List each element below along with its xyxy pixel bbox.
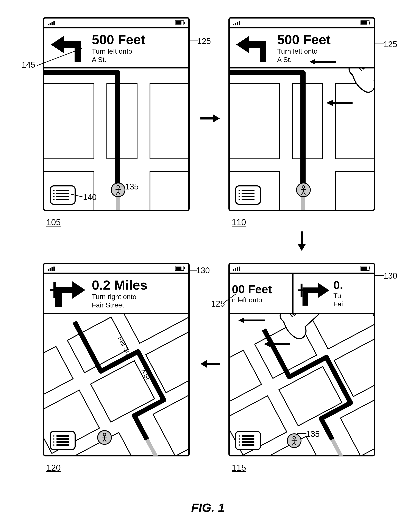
- svg-rect-58: [230, 350, 261, 407]
- svg-line-102: [103, 439, 105, 442]
- callout-line: [297, 433, 306, 434]
- turn-right-icon: [49, 278, 88, 308]
- callout-line: [71, 194, 84, 198]
- turn-left-icon: [234, 33, 273, 63]
- battery-icon: [360, 20, 370, 25]
- svg-rect-50: [235, 268, 236, 271]
- instruction-text-l1: Turn right onto: [92, 293, 147, 301]
- battery-icon: [175, 266, 185, 271]
- signal-icon: [48, 266, 56, 271]
- swipe-arrow-icon: [309, 58, 337, 65]
- svg-rect-31: [230, 84, 279, 159]
- callout-125-a: 125: [197, 37, 211, 46]
- svg-marker-75: [238, 318, 244, 323]
- distance-text: 0.2 Miles: [92, 277, 147, 293]
- svg-rect-2: [51, 22, 53, 25]
- svg-rect-81: [48, 269, 49, 271]
- svg-line-17: [118, 192, 120, 195]
- phone-stage-110: 500 Feet Turn left onto A St.: [228, 17, 375, 211]
- svg-rect-1: [50, 23, 51, 25]
- svg-rect-3: [53, 21, 55, 25]
- map-area[interactable]: Fair St. A St.: [45, 314, 188, 456]
- signal-icon: [233, 266, 241, 271]
- direction-text: 0.2 Miles Turn right onto Fair Street: [92, 277, 147, 309]
- svg-point-39: [302, 186, 305, 188]
- callout-145: 145: [22, 60, 35, 70]
- svg-line-16: [116, 192, 118, 195]
- callout-line: [121, 186, 125, 186]
- callout-130-b: 130: [196, 266, 210, 275]
- svg-rect-92: [123, 314, 188, 343]
- list-button[interactable]: [235, 185, 261, 205]
- battery-icon: [360, 266, 370, 271]
- list-button[interactable]: [235, 431, 261, 450]
- banner-left-fragment: 00 Feet n left onto: [230, 274, 294, 313]
- svg-rect-6: [176, 21, 181, 25]
- svg-rect-51: [237, 267, 238, 271]
- map-area[interactable]: [230, 314, 374, 456]
- stage-label-105: 105: [46, 217, 61, 227]
- signal-icon: [48, 20, 56, 25]
- flow-arrow-right-icon: [199, 112, 221, 125]
- distance-frag-left: 00 Feet: [232, 282, 292, 296]
- svg-rect-82: [50, 268, 51, 271]
- instruction-frag-left: n left onto: [232, 296, 292, 304]
- svg-marker-68: [264, 341, 270, 347]
- figure-label: FIG. 1: [191, 501, 225, 515]
- svg-rect-86: [184, 267, 185, 269]
- svg-rect-11: [150, 172, 188, 210]
- svg-point-13: [117, 186, 119, 188]
- svg-rect-5: [184, 22, 185, 24]
- svg-line-73: [294, 442, 296, 446]
- position-marker: [97, 430, 112, 445]
- instruction-text-l1: Turn left onto: [277, 47, 330, 55]
- callout-line: [190, 41, 198, 41]
- svg-rect-83: [51, 267, 53, 271]
- instruction-banner-split[interactable]: 00 Feet n left onto 0. Tu Fai: [230, 274, 374, 314]
- callout-line: [375, 43, 384, 44]
- svg-rect-9: [150, 84, 188, 159]
- status-bar: [45, 264, 188, 274]
- turn-right-icon: [297, 278, 331, 308]
- svg-rect-7: [45, 84, 94, 159]
- callout-135-b: 135: [306, 430, 320, 439]
- svg-point-69: [293, 436, 295, 439]
- svg-line-103: [105, 439, 106, 442]
- stage-label-120: 120: [46, 463, 61, 473]
- status-bar: [45, 18, 188, 28]
- svg-rect-23: [235, 23, 236, 25]
- list-button[interactable]: [50, 431, 76, 450]
- map-area[interactable]: [45, 69, 188, 210]
- distance-text: 500 Feet: [277, 32, 330, 47]
- callout-line: [375, 275, 384, 276]
- status-bar: [230, 264, 374, 274]
- callout-line: [190, 270, 197, 271]
- svg-rect-84: [53, 266, 55, 271]
- battery-icon: [175, 20, 185, 25]
- svg-marker-30: [309, 59, 315, 64]
- position-marker: [111, 182, 125, 197]
- instruction-banner[interactable]: 500 Feet Turn left onto A St.: [230, 28, 374, 69]
- svg-rect-22: [233, 24, 234, 25]
- instruction-frag-right-2: Fai: [333, 300, 343, 308]
- phone-stage-120: 0.2 Miles Turn right onto Fair Street: [43, 263, 190, 456]
- svg-point-99: [103, 433, 106, 436]
- svg-rect-49: [233, 269, 234, 271]
- flow-arrow-left-icon: [199, 357, 221, 370]
- distance-frag-right: 0.: [333, 278, 343, 292]
- map-area[interactable]: [230, 69, 374, 210]
- instruction-text-l2: Fair Street: [92, 301, 147, 309]
- svg-line-72: [292, 442, 294, 446]
- svg-line-66: [332, 439, 348, 456]
- instruction-text-l1: Turn left onto: [92, 47, 145, 55]
- instruction-banner[interactable]: 0.2 Miles Turn right onto Fair Street: [45, 274, 188, 314]
- callout-125-c: 125: [211, 299, 225, 308]
- svg-marker-38: [326, 100, 333, 106]
- stage-label-115: 115: [232, 463, 246, 473]
- direction-text: 500 Feet Turn left onto A St.: [92, 32, 145, 64]
- instruction-text-l2: A St.: [92, 56, 145, 64]
- svg-rect-0: [48, 24, 49, 25]
- svg-line-98: [147, 439, 164, 456]
- svg-marker-46: [213, 114, 220, 122]
- signal-icon: [233, 20, 241, 25]
